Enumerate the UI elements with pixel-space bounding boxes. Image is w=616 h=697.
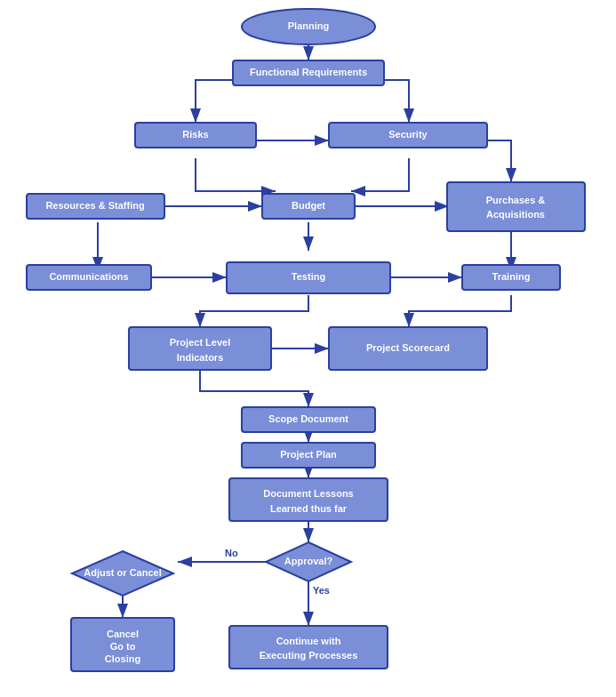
testing-label: Testing (292, 271, 325, 282)
risks-label: Risks (182, 129, 208, 140)
project-level-indicators-node (129, 327, 271, 370)
approval-label: Approval? (284, 556, 333, 566)
planning-label: Planning (288, 20, 329, 31)
budget-label: Budget (292, 200, 325, 211)
document-lessons-label2: Learned thus far (270, 503, 348, 514)
continue-executing-label2: Executing Processes (260, 650, 358, 661)
cancel-closing-label2: Go to (110, 641, 136, 652)
scope-document-label: Scope Document (268, 413, 348, 424)
cancel-closing-label1: Cancel (107, 629, 139, 639)
security-label: Security (388, 129, 428, 140)
arrow-funcreq-security (369, 80, 409, 123)
arrow-training-scorecard (409, 295, 511, 327)
yes-label: Yes (313, 585, 330, 596)
adjust-cancel-label: Adjust or Cancel (84, 567, 161, 578)
cancel-closing-label3: Closing (105, 653, 140, 664)
training-label: Training (492, 271, 531, 282)
project-scorecard-label: Project Scorecard (366, 342, 450, 353)
arrow-funcreq-risks (196, 80, 249, 123)
resources-staffing-label: Resources & Staffing (45, 200, 144, 211)
project-plan-label: Project Plan (280, 449, 337, 460)
arrow-testing-pli (200, 295, 308, 327)
purchases-acquisitions-label2: Acquisitions (486, 209, 545, 220)
purchases-acquisitions-node (447, 182, 585, 231)
purchases-acquisitions-label: Purchases & (486, 195, 546, 205)
continue-executing-node (229, 626, 388, 669)
communications-label: Communications (49, 271, 128, 282)
continue-executing-label1: Continue with (276, 636, 341, 646)
document-lessons-label1: Document Lessons (263, 488, 353, 499)
project-level-indicators-label: Project Level (170, 337, 230, 348)
project-level-indicators-label2: Indicators (177, 352, 224, 363)
functional-requirements-label: Functional Requirements (250, 67, 367, 77)
arrow-risks-budget (196, 158, 276, 191)
arrow-pli-scope (200, 370, 308, 407)
document-lessons-node (229, 478, 388, 521)
no-label: No (225, 548, 238, 558)
arrow-security-budget (351, 158, 409, 191)
